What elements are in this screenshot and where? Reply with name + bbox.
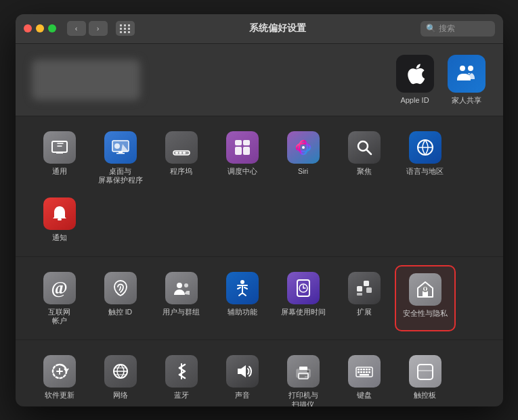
svg-point-20 <box>302 146 305 149</box>
pref-item-bluetooth[interactable]: 蓝牙 <box>151 348 212 406</box>
pref-item-users[interactable]: 用户与群组 <box>151 265 212 331</box>
svg-rect-60 <box>363 371 365 373</box>
network-label: 网络 <box>113 391 128 400</box>
extensions-label: 扩展 <box>357 308 372 317</box>
screentime-label: 屏幕使用时间 <box>281 308 326 317</box>
svg-rect-14 <box>235 140 242 145</box>
minimize-button[interactable] <box>36 24 44 32</box>
svg-point-6 <box>114 143 120 149</box>
top-icons: Apple ID 家人共享 <box>395 55 487 105</box>
printer-label: 打印机与扫描仪 <box>288 391 318 406</box>
svg-rect-56 <box>366 369 368 371</box>
notif-icon <box>43 197 76 230</box>
svg-rect-12 <box>179 151 181 154</box>
softupdate-label: 软件更新 <box>45 391 74 400</box>
lang-label: 语言与地区 <box>406 167 444 177</box>
spotlight-label: 聚焦 <box>357 167 372 177</box>
pref-item-extensions[interactable]: 扩展 <box>334 265 395 331</box>
svg-rect-8 <box>116 153 125 154</box>
softupdate-icon <box>43 355 76 388</box>
sound-icon <box>226 355 259 388</box>
pref-item-network[interactable]: 网络 <box>90 348 151 406</box>
pref-item-internet[interactable]: @ 互联网帐户 <box>29 265 90 331</box>
traffic-lights <box>24 24 56 32</box>
search-icon: 🔍 <box>426 24 436 33</box>
pref-item-touchid[interactable]: 触控 ID <box>90 265 151 331</box>
pref-item-mission[interactable]: 调度中心 <box>212 124 273 191</box>
pref-item-trackpad[interactable]: 触控板 <box>395 348 456 406</box>
apple-id-label: Apple ID <box>400 95 429 105</box>
svg-rect-13 <box>183 151 186 154</box>
trackpad-icon <box>409 355 441 388</box>
siri-icon <box>287 131 320 164</box>
dock-label: 程序坞 <box>170 167 192 177</box>
personal-grid: 通用 桌面与屏幕保护程序 <box>29 124 490 248</box>
screentime-icon <box>287 272 320 304</box>
system-preferences-window: ‹ › 系统偏好设置 🔍 搜索 <box>16 14 503 406</box>
printer-icon <box>287 355 320 388</box>
forward-button[interactable]: › <box>89 21 108 36</box>
svg-rect-11 <box>175 151 178 154</box>
accounts-grid: @ 互联网帐户 触控 ID <box>29 265 490 331</box>
pref-item-dock[interactable]: 程序坞 <box>151 124 212 191</box>
close-button[interactable] <box>24 24 32 32</box>
window-title: 系统偏好设置 <box>140 22 415 34</box>
svg-rect-48 <box>299 367 307 370</box>
touchid-icon <box>104 272 137 304</box>
svg-rect-53 <box>358 369 360 371</box>
internet-icon: @ <box>43 272 76 304</box>
trackpad-label: 触控板 <box>414 391 436 400</box>
family-sharing-label: 家人共享 <box>452 95 481 105</box>
pref-item-keyboard[interactable]: 键盘 <box>334 348 395 406</box>
sound-label: 声音 <box>235 391 250 400</box>
keyboard-icon <box>348 355 381 388</box>
pref-item-printer[interactable]: 打印机与扫描仪 <box>273 348 334 406</box>
titlebar: ‹ › 系统偏好设置 🔍 搜索 <box>16 14 503 44</box>
svg-rect-25 <box>58 218 62 220</box>
internet-label: 互联网帐户 <box>48 308 70 326</box>
svg-point-26 <box>177 283 182 288</box>
pref-item-softupdate[interactable]: 软件更新 <box>29 348 90 406</box>
svg-rect-34 <box>366 287 372 293</box>
svg-rect-17 <box>243 147 250 155</box>
family-sharing-item[interactable]: 家人共享 <box>446 55 487 105</box>
svg-point-27 <box>184 283 188 287</box>
pref-item-sound[interactable]: 声音 <box>212 348 273 406</box>
pref-item-screentime[interactable]: 屏幕使用时间 <box>273 265 334 331</box>
grid-icon <box>120 24 131 33</box>
section-personal: 通用 桌面与屏幕保护程序 <box>16 116 503 257</box>
general-label: 通用 <box>52 167 67 177</box>
pref-item-siri[interactable]: Siri <box>273 124 334 191</box>
svg-point-1 <box>468 66 473 71</box>
chevron-left-icon: ‹ <box>75 24 78 32</box>
search-placeholder: 搜索 <box>439 23 455 34</box>
search-box[interactable]: 🔍 搜索 <box>420 21 495 37</box>
apple-id-item[interactable]: Apple ID <box>395 55 435 105</box>
svg-rect-7 <box>118 151 123 153</box>
maximize-button[interactable] <box>48 24 56 32</box>
grid-view-button[interactable] <box>116 21 135 36</box>
pref-item-security[interactable]: 安全性与隐私 <box>395 265 456 331</box>
bluetooth-label: 蓝牙 <box>174 391 189 400</box>
pref-item-lang[interactable]: 语言与地区 <box>395 124 456 191</box>
svg-rect-57 <box>368 369 370 371</box>
svg-rect-40 <box>425 289 426 291</box>
mission-icon <box>226 131 259 164</box>
chevron-right-icon: › <box>97 24 100 32</box>
pref-item-desktop[interactable]: 桌面与屏幕保护程序 <box>90 124 151 191</box>
pref-item-general[interactable]: 通用 <box>29 124 90 191</box>
svg-rect-62 <box>368 371 370 373</box>
svg-rect-61 <box>366 371 368 373</box>
pref-item-notif[interactable]: 通知 <box>29 191 90 248</box>
svg-rect-64 <box>418 365 433 379</box>
svg-rect-16 <box>235 147 242 155</box>
extensions-icon <box>348 272 381 304</box>
desktop-icon <box>104 131 137 164</box>
svg-rect-32 <box>357 286 362 291</box>
pref-item-spotlight[interactable]: 聚焦 <box>334 124 395 191</box>
svg-point-0 <box>460 66 465 71</box>
apple-id-icon <box>396 55 434 93</box>
users-label: 用户与群组 <box>163 308 200 317</box>
pref-item-access[interactable]: 辅助功能 <box>212 265 273 331</box>
back-button[interactable]: ‹ <box>67 21 86 36</box>
